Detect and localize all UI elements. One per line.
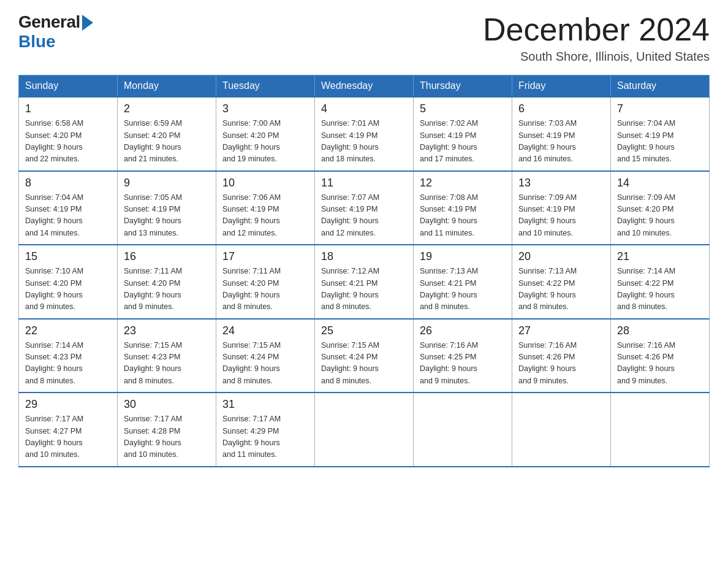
calendar-cell: 13Sunrise: 7:09 AMSunset: 4:19 PMDayligh… <box>512 171 611 245</box>
calendar-cell: 9Sunrise: 7:05 AMSunset: 4:19 PMDaylight… <box>118 171 216 245</box>
day-info: Sunrise: 7:06 AMSunset: 4:19 PMDaylight:… <box>222 192 308 240</box>
calendar-cell: 11Sunrise: 7:07 AMSunset: 4:19 PMDayligh… <box>315 171 414 245</box>
day-info: Sunrise: 7:00 AMSunset: 4:20 PMDaylight:… <box>222 118 308 166</box>
day-number: 22 <box>25 324 111 337</box>
day-info: Sunrise: 7:08 AMSunset: 4:19 PMDaylight:… <box>420 192 506 240</box>
calendar-cell <box>315 393 414 467</box>
calendar-cell: 5Sunrise: 7:02 AMSunset: 4:19 PMDaylight… <box>414 97 512 171</box>
calendar-week-row: 15Sunrise: 7:10 AMSunset: 4:20 PMDayligh… <box>19 245 710 319</box>
day-info: Sunrise: 7:04 AMSunset: 4:19 PMDaylight:… <box>617 118 703 166</box>
day-info: Sunrise: 6:58 AMSunset: 4:20 PMDaylight:… <box>25 118 111 166</box>
day-info: Sunrise: 7:11 AMSunset: 4:20 PMDaylight:… <box>222 266 308 313</box>
day-info: Sunrise: 7:15 AMSunset: 4:24 PMDaylight:… <box>321 340 407 388</box>
day-number: 18 <box>321 250 407 263</box>
calendar-cell: 4Sunrise: 7:01 AMSunset: 4:19 PMDaylight… <box>315 97 414 171</box>
day-info: Sunrise: 7:07 AMSunset: 4:19 PMDaylight:… <box>321 192 407 240</box>
calendar-cell: 31Sunrise: 7:17 AMSunset: 4:29 PMDayligh… <box>216 393 315 467</box>
day-number: 30 <box>124 398 210 411</box>
day-number: 9 <box>124 177 210 190</box>
column-header-sunday: Sunday <box>19 75 118 98</box>
day-info: Sunrise: 7:13 AMSunset: 4:21 PMDaylight:… <box>420 266 506 313</box>
day-info: Sunrise: 7:15 AMSunset: 4:24 PMDaylight:… <box>222 340 308 388</box>
calendar-cell: 26Sunrise: 7:16 AMSunset: 4:25 PMDayligh… <box>414 319 512 393</box>
calendar-cell: 10Sunrise: 7:06 AMSunset: 4:19 PMDayligh… <box>216 171 315 245</box>
day-number: 20 <box>518 250 604 263</box>
calendar-cell: 28Sunrise: 7:16 AMSunset: 4:26 PMDayligh… <box>611 319 710 393</box>
day-info: Sunrise: 7:02 AMSunset: 4:19 PMDaylight:… <box>420 118 506 166</box>
day-info: Sunrise: 7:16 AMSunset: 4:26 PMDaylight:… <box>617 340 703 388</box>
day-info: Sunrise: 6:59 AMSunset: 4:20 PMDaylight:… <box>124 118 210 166</box>
calendar-cell: 1Sunrise: 6:58 AMSunset: 4:20 PMDaylight… <box>19 97 118 171</box>
day-number: 28 <box>617 324 703 337</box>
day-number: 5 <box>420 102 506 115</box>
logo-blue-text: Blue <box>18 32 56 51</box>
day-info: Sunrise: 7:01 AMSunset: 4:19 PMDaylight:… <box>321 118 407 166</box>
day-number: 21 <box>617 250 703 263</box>
calendar-cell: 6Sunrise: 7:03 AMSunset: 4:19 PMDaylight… <box>512 97 611 171</box>
day-number: 8 <box>25 177 111 190</box>
calendar-week-row: 1Sunrise: 6:58 AMSunset: 4:20 PMDaylight… <box>19 97 710 171</box>
day-number: 17 <box>222 250 308 263</box>
calendar-cell: 14Sunrise: 7:09 AMSunset: 4:20 PMDayligh… <box>611 171 710 245</box>
calendar-cell: 18Sunrise: 7:12 AMSunset: 4:21 PMDayligh… <box>315 245 414 319</box>
day-info: Sunrise: 7:03 AMSunset: 4:19 PMDaylight:… <box>518 118 604 166</box>
day-info: Sunrise: 7:17 AMSunset: 4:27 PMDaylight:… <box>25 413 111 461</box>
column-header-wednesday: Wednesday <box>315 75 414 98</box>
day-number: 13 <box>518 177 604 190</box>
day-number: 23 <box>124 324 210 337</box>
day-info: Sunrise: 7:09 AMSunset: 4:19 PMDaylight:… <box>518 192 604 240</box>
calendar-week-row: 29Sunrise: 7:17 AMSunset: 4:27 PMDayligh… <box>19 393 710 467</box>
calendar-cell: 24Sunrise: 7:15 AMSunset: 4:24 PMDayligh… <box>216 319 315 393</box>
calendar-cell: 25Sunrise: 7:15 AMSunset: 4:24 PMDayligh… <box>315 319 414 393</box>
page-header: General Blue December 2024 South Shore, … <box>18 12 710 64</box>
day-number: 6 <box>518 102 604 115</box>
day-number: 3 <box>222 102 308 115</box>
day-info: Sunrise: 7:17 AMSunset: 4:28 PMDaylight:… <box>124 413 210 461</box>
calendar-cell: 8Sunrise: 7:04 AMSunset: 4:19 PMDaylight… <box>19 171 118 245</box>
day-info: Sunrise: 7:13 AMSunset: 4:22 PMDaylight:… <box>518 266 604 313</box>
logo: General Blue <box>18 12 93 52</box>
calendar-week-row: 22Sunrise: 7:14 AMSunset: 4:23 PMDayligh… <box>19 319 710 393</box>
day-number: 25 <box>321 324 407 337</box>
calendar-cell: 17Sunrise: 7:11 AMSunset: 4:20 PMDayligh… <box>216 245 315 319</box>
calendar-cell: 12Sunrise: 7:08 AMSunset: 4:19 PMDayligh… <box>414 171 512 245</box>
day-number: 31 <box>222 398 308 411</box>
calendar-cell <box>414 393 512 467</box>
calendar-cell: 29Sunrise: 7:17 AMSunset: 4:27 PMDayligh… <box>19 393 118 467</box>
column-header-friday: Friday <box>512 75 611 98</box>
calendar-cell: 22Sunrise: 7:14 AMSunset: 4:23 PMDayligh… <box>19 319 118 393</box>
day-info: Sunrise: 7:14 AMSunset: 4:23 PMDaylight:… <box>25 340 111 388</box>
day-info: Sunrise: 7:11 AMSunset: 4:20 PMDaylight:… <box>124 266 210 313</box>
calendar-cell: 7Sunrise: 7:04 AMSunset: 4:19 PMDaylight… <box>611 97 710 171</box>
day-number: 7 <box>617 102 703 115</box>
day-info: Sunrise: 7:05 AMSunset: 4:19 PMDaylight:… <box>124 192 210 240</box>
calendar-cell <box>611 393 710 467</box>
logo-general-text: General <box>18 12 80 32</box>
logo-triangle-icon <box>82 15 93 31</box>
calendar-cell: 2Sunrise: 6:59 AMSunset: 4:20 PMDaylight… <box>118 97 216 171</box>
day-number: 29 <box>25 398 111 411</box>
calendar-cell <box>512 393 611 467</box>
day-number: 2 <box>124 102 210 115</box>
day-number: 27 <box>518 324 604 337</box>
day-info: Sunrise: 7:16 AMSunset: 4:26 PMDaylight:… <box>518 340 604 388</box>
day-info: Sunrise: 7:15 AMSunset: 4:23 PMDaylight:… <box>124 340 210 388</box>
calendar-table: SundayMondayTuesdayWednesdayThursdayFrid… <box>18 75 710 467</box>
day-info: Sunrise: 7:16 AMSunset: 4:25 PMDaylight:… <box>420 340 506 388</box>
day-info: Sunrise: 7:04 AMSunset: 4:19 PMDaylight:… <box>25 192 111 240</box>
day-info: Sunrise: 7:12 AMSunset: 4:21 PMDaylight:… <box>321 266 407 313</box>
day-number: 10 <box>222 177 308 190</box>
day-number: 24 <box>222 324 308 337</box>
calendar-week-row: 8Sunrise: 7:04 AMSunset: 4:19 PMDaylight… <box>19 171 710 245</box>
day-info: Sunrise: 7:10 AMSunset: 4:20 PMDaylight:… <box>25 266 111 313</box>
column-header-tuesday: Tuesday <box>216 75 315 98</box>
calendar-header-row: SundayMondayTuesdayWednesdayThursdayFrid… <box>19 75 710 98</box>
calendar-cell: 27Sunrise: 7:16 AMSunset: 4:26 PMDayligh… <box>512 319 611 393</box>
calendar-location: South Shore, Illinois, United States <box>483 50 710 64</box>
calendar-cell: 20Sunrise: 7:13 AMSunset: 4:22 PMDayligh… <box>512 245 611 319</box>
day-number: 11 <box>321 177 407 190</box>
day-info: Sunrise: 7:09 AMSunset: 4:20 PMDaylight:… <box>617 192 703 240</box>
calendar-title-block: December 2024 South Shore, Illinois, Uni… <box>483 12 710 64</box>
column-header-thursday: Thursday <box>414 75 512 98</box>
day-number: 26 <box>420 324 506 337</box>
